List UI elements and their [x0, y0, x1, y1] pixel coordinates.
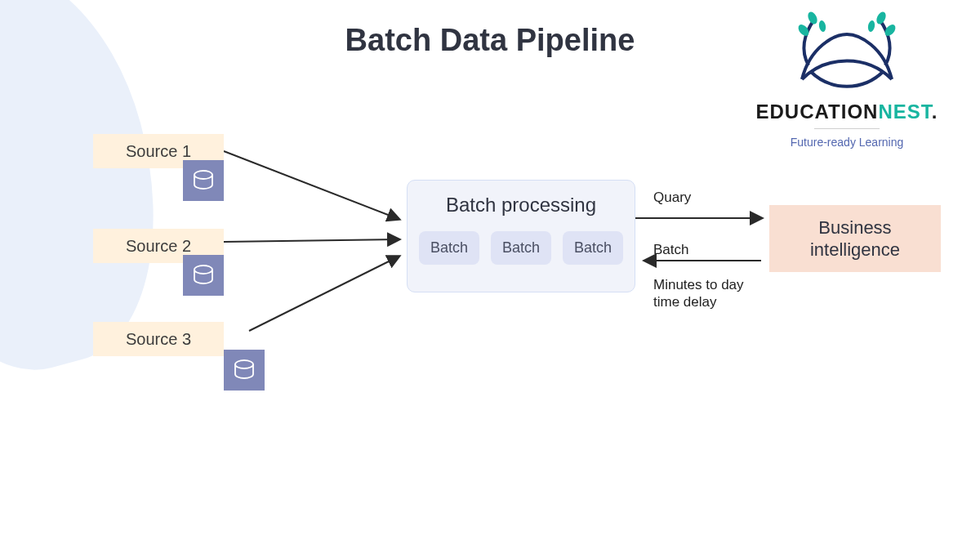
batch-chip: Batch	[563, 231, 623, 265]
svg-point-7	[194, 266, 212, 274]
logo-tagline: Future-ready Learning	[745, 136, 949, 149]
database-icon	[183, 255, 224, 296]
batch-chip: Batch	[491, 231, 551, 265]
svg-point-5	[867, 20, 875, 32]
page-title: Batch Data Pipeline	[345, 23, 635, 58]
source-3-box: Source 3	[93, 322, 224, 356]
svg-point-2	[875, 11, 888, 26]
logo: EDUCATIONNEST. Future-ready Learning	[745, 10, 949, 149]
svg-line-11	[249, 257, 399, 331]
svg-point-6	[194, 171, 212, 179]
batch-chip-row: Batch Batch Batch	[419, 231, 623, 265]
batch-processing-box: Batch processing Batch Batch Batch	[407, 180, 635, 292]
delay-label: Minutes to day time delay	[653, 276, 744, 311]
logo-text: EDUCATIONNEST.	[745, 100, 949, 123]
svg-point-8	[235, 360, 253, 368]
batch-processing-title: Batch processing	[446, 194, 596, 216]
batch-chip: Batch	[419, 231, 479, 265]
query-label: Quary	[653, 190, 691, 206]
source-2-label: Source 2	[126, 237, 191, 256]
business-intelligence-label: Business intelligence	[810, 216, 900, 261]
svg-line-10	[224, 239, 399, 242]
svg-point-0	[806, 11, 819, 26]
logo-text-2: NEST	[878, 100, 931, 123]
logo-divider	[814, 128, 880, 129]
svg-line-9	[224, 151, 399, 219]
logo-dot: .	[932, 100, 938, 123]
source-1-label: Source 1	[126, 142, 191, 161]
database-icon	[224, 350, 265, 391]
database-icon	[183, 160, 224, 201]
source-3-label: Source 3	[126, 330, 191, 349]
batch-label: Batch	[653, 242, 688, 258]
svg-point-4	[818, 20, 826, 32]
logo-text-1: EDUCATION	[756, 100, 879, 123]
logo-mark-icon	[786, 10, 908, 96]
business-intelligence-box: Business intelligence	[769, 205, 941, 272]
